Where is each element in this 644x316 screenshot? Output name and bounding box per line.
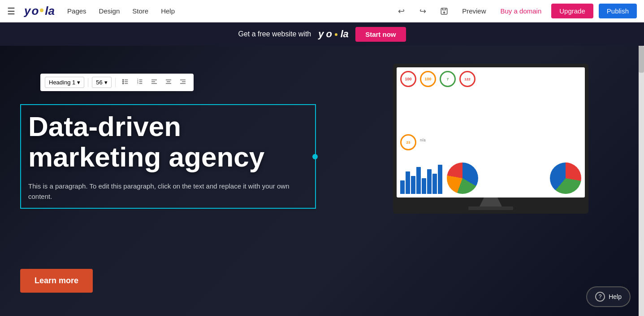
editor-canvas: 100 100 7 122 23 n/a xyxy=(0,46,644,316)
toolbar-divider-2 xyxy=(115,78,116,87)
save-button[interactable] xyxy=(436,3,452,19)
svg-point-5 xyxy=(122,81,123,82)
nav-links: Pages Design Store Help xyxy=(67,7,175,15)
align-left-button[interactable] xyxy=(148,76,160,88)
svg-text:3: 3 xyxy=(137,82,138,84)
help-label: Help xyxy=(609,293,622,300)
top-navigation: ☰ y o la Pages Design Store Help ↩ ↪ Pre… xyxy=(0,0,644,22)
undo-button[interactable]: ↩ xyxy=(393,3,409,19)
scrollbar-thumb[interactable] xyxy=(639,46,644,73)
toolbar-divider-1 xyxy=(88,78,88,87)
hamburger-menu[interactable]: ☰ xyxy=(7,6,15,17)
resize-handle[interactable] xyxy=(312,154,318,159)
canvas-scrollbar[interactable] xyxy=(639,46,644,316)
monitor-decoration: 100 100 7 122 23 n/a xyxy=(393,64,608,252)
text-format-toolbar: Heading 1 ▾ 56 ▾ 123 xyxy=(40,74,194,91)
hero-text-block[interactable]: Data-driven marketing agency This is a p… xyxy=(20,104,316,209)
promo-bar: Get a free website with y o la Start now xyxy=(0,22,644,46)
help-button[interactable]: ? Help xyxy=(586,286,631,307)
heading-type-select[interactable]: Heading 1 ▾ xyxy=(45,77,84,88)
fontsize-dropdown-icon: ▾ xyxy=(104,79,108,86)
promo-logo: y o la xyxy=(318,28,348,40)
upgrade-button[interactable]: Upgrade xyxy=(551,4,593,18)
font-size-select[interactable]: 56 ▾ xyxy=(92,77,111,88)
preview-button[interactable]: Preview xyxy=(458,4,490,18)
unordered-list-button[interactable] xyxy=(119,76,132,88)
hero-heading: Data-driven marketing agency xyxy=(28,111,308,172)
align-center-button[interactable] xyxy=(162,76,175,88)
svg-point-6 xyxy=(122,83,123,84)
buy-domain-button[interactable]: Buy a domain xyxy=(496,4,546,18)
nav-pages[interactable]: Pages xyxy=(67,7,86,15)
nav-help[interactable]: Help xyxy=(161,7,175,15)
ordered-list-button[interactable]: 123 xyxy=(134,76,146,88)
nav-actions: ↩ ↪ Preview Buy a domain Upgrade Publish xyxy=(393,3,637,19)
publish-button[interactable]: Publish xyxy=(599,4,637,18)
svg-point-4 xyxy=(122,79,123,80)
learn-more-button[interactable]: Learn more xyxy=(20,269,93,293)
help-icon: ? xyxy=(595,292,605,302)
promo-text: Get a free website with xyxy=(238,30,311,38)
align-right-button[interactable] xyxy=(177,76,189,88)
nav-store[interactable]: Store xyxy=(132,7,148,15)
redo-button[interactable]: ↪ xyxy=(415,3,431,19)
start-now-button[interactable]: Start now xyxy=(355,27,406,42)
yola-logo: y o la xyxy=(24,4,55,18)
heading-dropdown-icon: ▾ xyxy=(77,79,80,86)
hero-paragraph: This is a paragraph. To edit this paragr… xyxy=(28,181,308,202)
nav-design[interactable]: Design xyxy=(99,7,120,15)
